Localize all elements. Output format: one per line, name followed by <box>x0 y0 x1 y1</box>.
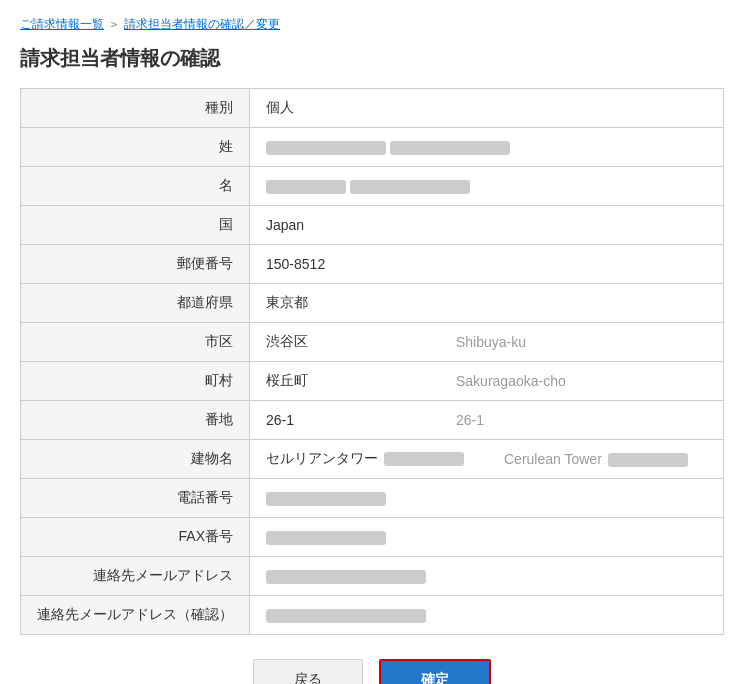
field-label: 町村 <box>21 362 250 401</box>
field-label: FAX番号 <box>21 518 250 557</box>
field-value <box>250 167 724 206</box>
field-value-secondary: Shibuya-ku <box>456 334 606 350</box>
info-table: 種別個人姓 名 国Japan郵便番号150-8512都道府県東京都市区渋谷区Sh… <box>20 88 724 635</box>
table-row: 都道府県東京都 <box>21 284 724 323</box>
breadcrumb-separator: ＞ <box>108 16 120 33</box>
field-value: 150-8512 <box>250 245 724 284</box>
breadcrumb-link-2[interactable]: 請求担当者情報の確認／変更 <box>124 16 280 33</box>
page-title: 請求担当者情報の確認 <box>20 45 724 72</box>
field-value <box>250 479 724 518</box>
field-value: 26-126-1 <box>250 401 724 440</box>
field-value: 個人 <box>250 89 724 128</box>
field-value: 東京都 <box>250 284 724 323</box>
field-value <box>250 128 724 167</box>
button-area: 戻る 確定 <box>20 659 724 684</box>
field-value: 渋谷区Shibuya-ku <box>250 323 724 362</box>
field-value-secondary: 26-1 <box>456 412 606 428</box>
field-value <box>250 518 724 557</box>
table-row: 建物名セルリアンタワーCerulean Tower <box>21 440 724 479</box>
field-label: 連絡先メールアドレス <box>21 557 250 596</box>
field-label: 市区 <box>21 323 250 362</box>
field-label: 番地 <box>21 401 250 440</box>
field-label: 種別 <box>21 89 250 128</box>
field-label: 郵便番号 <box>21 245 250 284</box>
field-value: 桜丘町Sakuragaoka-cho <box>250 362 724 401</box>
table-row: 電話番号 <box>21 479 724 518</box>
field-label: 建物名 <box>21 440 250 479</box>
field-label: 姓 <box>21 128 250 167</box>
table-row: 市区渋谷区Shibuya-ku <box>21 323 724 362</box>
field-value-primary: 渋谷区 <box>266 333 416 351</box>
field-value-secondary: Cerulean Tower <box>504 451 688 467</box>
field-value-primary: Japan <box>266 217 416 233</box>
table-row: 姓 <box>21 128 724 167</box>
table-row: 名 <box>21 167 724 206</box>
page-wrapper: ご請求情報一覧 ＞ 請求担当者情報の確認／変更 請求担当者情報の確認 種別個人姓… <box>0 0 744 684</box>
field-value-primary: 26-1 <box>266 412 416 428</box>
table-row: 種別個人 <box>21 89 724 128</box>
field-label: 名 <box>21 167 250 206</box>
field-label: 連絡先メールアドレス（確認） <box>21 596 250 635</box>
table-row: 郵便番号150-8512 <box>21 245 724 284</box>
field-label: 国 <box>21 206 250 245</box>
field-value <box>250 596 724 635</box>
field-value <box>250 557 724 596</box>
table-row: 連絡先メールアドレス <box>21 557 724 596</box>
breadcrumb-link-1[interactable]: ご請求情報一覧 <box>20 16 104 33</box>
table-row: 連絡先メールアドレス（確認） <box>21 596 724 635</box>
field-value-secondary: Sakuragaoka-cho <box>456 373 606 389</box>
field-label: 都道府県 <box>21 284 250 323</box>
field-value: Japan <box>250 206 724 245</box>
field-value-primary: 150-8512 <box>266 256 416 272</box>
field-value-primary: 桜丘町 <box>266 372 416 390</box>
field-value-primary: 東京都 <box>266 294 416 312</box>
back-button[interactable]: 戻る <box>253 659 363 684</box>
table-row: 国Japan <box>21 206 724 245</box>
field-value: セルリアンタワーCerulean Tower <box>250 440 724 479</box>
field-label: 電話番号 <box>21 479 250 518</box>
table-row: 番地26-126-1 <box>21 401 724 440</box>
table-row: 町村桜丘町Sakuragaoka-cho <box>21 362 724 401</box>
confirm-button[interactable]: 確定 <box>379 659 491 684</box>
field-value-primary: 個人 <box>266 99 416 117</box>
breadcrumb: ご請求情報一覧 ＞ 請求担当者情報の確認／変更 <box>20 16 724 33</box>
field-value-primary: セルリアンタワー <box>266 450 464 468</box>
table-row: FAX番号 <box>21 518 724 557</box>
